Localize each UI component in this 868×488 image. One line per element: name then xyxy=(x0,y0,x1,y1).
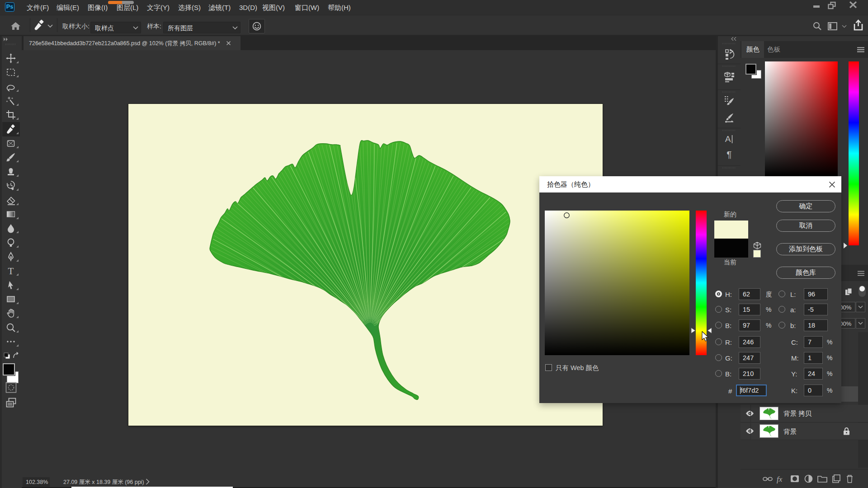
svg-text:¶: ¶ xyxy=(726,150,731,160)
svg-text:T: T xyxy=(8,266,14,276)
svg-text:A: A xyxy=(725,134,731,144)
